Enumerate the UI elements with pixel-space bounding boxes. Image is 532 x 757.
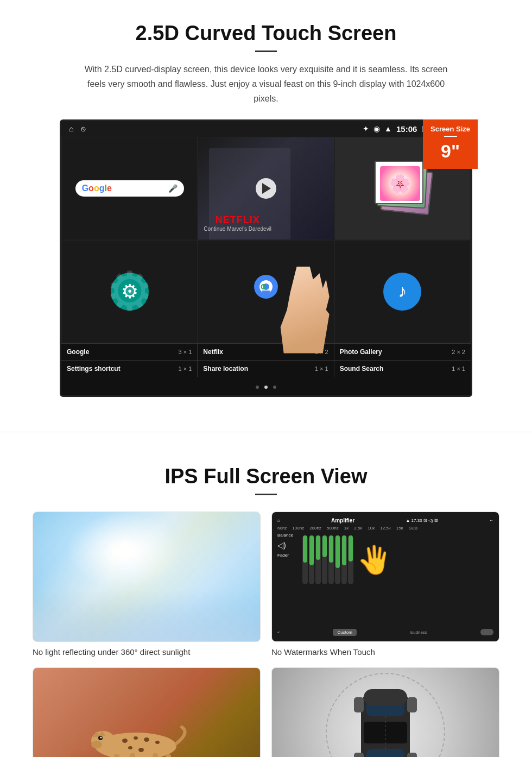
- svg-point-16: [128, 746, 132, 749]
- share-location-cell[interactable]: G: [198, 240, 334, 343]
- amp-title-text: Amplifier: [331, 518, 354, 523]
- ips-title-divider: [255, 494, 277, 495]
- svg-point-17: [138, 748, 144, 752]
- sound-label-cell: Sound Search 1 × 1: [334, 361, 471, 377]
- feature-image-grid: No light reflecting under 360° direct su…: [33, 512, 499, 757]
- ips-title: IPS Full Screen View: [33, 465, 499, 488]
- netflix-app-cell[interactable]: NETFLIX Continue Marvel's Daredevil: [198, 137, 334, 240]
- amp-loudness-label: loudness: [410, 630, 427, 635]
- amp-freq-labels: 60hz100hz200hz500hz1k2.5k10k12.5k15kSUB: [277, 526, 493, 531]
- sunlight-image: [33, 512, 260, 641]
- share-label: Share location: [203, 365, 248, 373]
- netflix-label: Netflix: [203, 348, 223, 356]
- screen-size-badge: Screen Size 9": [423, 119, 478, 169]
- netflix-subtitle: Continue Marvel's Daredevil: [204, 226, 271, 232]
- photo-label: Photo Gallery: [340, 348, 382, 356]
- sunlight-bottom-haze: [33, 589, 260, 641]
- amp-top-bar: ⌂ Amplifier ▲ 17:33 ⊡ ◁) ⊠ ←: [277, 518, 493, 523]
- svg-point-12: [122, 739, 128, 743]
- sunlight-caption: No light reflecting under 360° direct su…: [33, 647, 261, 657]
- amp-back-icon: ←: [489, 518, 493, 523]
- section-divider: [0, 432, 532, 432]
- cheetah-scene: [71, 689, 223, 757]
- sound-search-cell[interactable]: ♪: [334, 240, 471, 343]
- hand-overlay: [274, 267, 339, 354]
- google-label: Google: [67, 348, 89, 356]
- device-mockup: Screen Size 9" ⌂ ⎋ ✦ ◉ ▲ 15:06 ⊡ ◁) ⊠: [60, 119, 472, 397]
- svg-text:G: G: [261, 282, 267, 291]
- status-bar: ⌂ ⎋ ✦ ◉ ▲ 15:06 ⊡ ◁) ⊠ ▭: [61, 121, 471, 137]
- status-time: 15:06: [396, 124, 417, 134]
- amp-loudness-toggle: [480, 629, 493, 635]
- bottom-dots: [61, 377, 471, 395]
- svg-point-14: [144, 737, 149, 742]
- cheetah-body: [81, 722, 190, 757]
- mic-icon: 🎤: [168, 184, 178, 193]
- svg-point-15: [155, 741, 160, 744]
- amp-slider-1: [302, 535, 308, 584]
- share-size: 1 × 1: [315, 365, 328, 372]
- music-note-icon: ♪: [398, 281, 407, 301]
- amplifier-caption: No Watermarks When Touch: [271, 647, 499, 657]
- google-label-cell: Google 3 × 1: [61, 344, 198, 360]
- settings-app-cell[interactable]: ⚙ ⚙: [61, 240, 198, 343]
- cheetah-image: [33, 668, 260, 757]
- photo-flower: 🌸: [380, 166, 420, 201]
- badge-size: 9": [430, 139, 470, 163]
- amp-nav-icon: «: [277, 630, 280, 635]
- section-ips: IPS Full Screen View No light reflecting…: [0, 454, 532, 757]
- badge-label: Screen Size: [430, 125, 470, 133]
- sound-icon: ♪: [383, 273, 421, 311]
- dot-1: [256, 386, 259, 389]
- amp-slider-8: [348, 535, 353, 584]
- amp-slider-4: [322, 535, 327, 584]
- car-image: [272, 668, 499, 757]
- settings-label-cell: Settings shortcut 1 × 1: [61, 361, 198, 377]
- home-icon[interactable]: ⌂: [69, 124, 73, 133]
- share-label-cell: Share location 1 × 1: [198, 361, 334, 377]
- amplifier-feature: ⌂ Amplifier ▲ 17:33 ⊡ ◁) ⊠ ← 60hz100hz20…: [271, 512, 499, 657]
- amp-slider-3: [315, 535, 321, 584]
- amp-home-icon: ⌂: [277, 518, 280, 523]
- google-app-cell[interactable]: Google 🎤: [61, 137, 198, 240]
- app-labels-row: Google 3 × 1 Netflix 3 × 2 Photo Gallery…: [61, 343, 471, 360]
- amp-bottom-bar: « Custom loudness: [277, 629, 493, 636]
- dot-2: [264, 386, 268, 389]
- app-grid: Google 🎤 NETFLIX Continue Marvel's Dared…: [61, 137, 471, 343]
- google-logo: Google: [82, 184, 112, 193]
- amp-slider-5: [328, 535, 334, 584]
- amp-slider-7: [341, 535, 347, 584]
- netflix-logo-text: NETFLIX: [204, 215, 271, 226]
- amp-hand-icon: 🖐: [358, 544, 391, 576]
- google-search-bar[interactable]: Google 🎤: [75, 180, 184, 197]
- play-triangle-icon: [262, 183, 271, 194]
- amp-custom-btn: Custom: [333, 629, 357, 636]
- status-left: ⌂ ⎋: [69, 124, 85, 133]
- play-button[interactable]: [256, 178, 276, 199]
- amp-status-icons: ▲ 17:33 ⊡ ◁) ⊠: [406, 518, 438, 523]
- amp-slider-6: [335, 535, 340, 584]
- amp-side-labels: Balance ◁) Fader: [277, 533, 299, 558]
- photo-size: 2 × 2: [452, 349, 465, 355]
- usb-icon: ⎋: [81, 124, 85, 133]
- settings-label: Settings shortcut: [67, 365, 121, 373]
- dot-3: [273, 386, 276, 389]
- section-description: With 2.5D curved-display screen, this de…: [81, 62, 451, 106]
- amplifier-image-box: ⌂ Amplifier ▲ 17:33 ⊡ ◁) ⊠ ← 60hz100hz20…: [271, 512, 499, 642]
- sound-label: Sound Search: [340, 365, 384, 373]
- app-labels-row-2: Settings shortcut 1 × 1 Share location 1…: [61, 360, 471, 377]
- cheetah-svg: [81, 722, 190, 757]
- cheetah-feature: Super Fast Response: [33, 667, 261, 757]
- amp-slider-2: [309, 535, 314, 584]
- car-image-box: [271, 667, 499, 757]
- location-icon: ◉: [373, 124, 380, 133]
- title-divider: [255, 51, 277, 52]
- bluetooth-icon: ✦: [363, 124, 369, 133]
- hand-shape: [274, 267, 339, 354]
- amplifier-image: ⌂ Amplifier ▲ 17:33 ⊡ ◁) ⊠ ← 60hz100hz20…: [272, 512, 499, 641]
- sunlight-feature: No light reflecting under 360° direct su…: [33, 512, 261, 657]
- car-feature: Large Viewing Angle: [271, 667, 499, 757]
- device-frame: ⌂ ⎋ ✦ ◉ ▲ 15:06 ⊡ ◁) ⊠ ▭: [60, 119, 472, 397]
- page-title: 2.5D Curved Touch Screen: [33, 22, 499, 45]
- settings-size: 1 × 1: [179, 365, 192, 372]
